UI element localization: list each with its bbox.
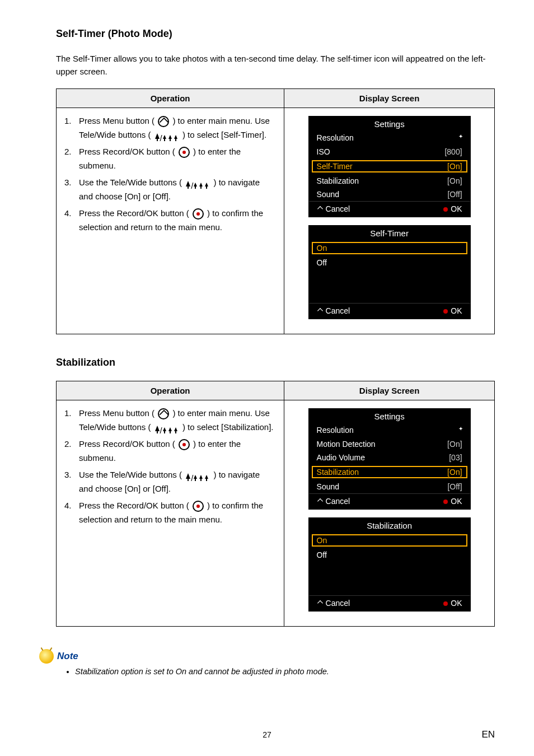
star-icon bbox=[455, 133, 462, 141]
th-operation: Operation bbox=[57, 381, 284, 400]
display-stabilization-submenu: Stabilization On Off CancelOK bbox=[308, 517, 471, 612]
screen-footer: CancelOK bbox=[309, 303, 470, 319]
row-off: Off bbox=[309, 548, 470, 562]
table-stabilization: Operation Display Screen Press Menu butt… bbox=[56, 381, 495, 627]
page-number: 27 bbox=[0, 730, 534, 739]
row-motion-detection: Motion Detection[On] bbox=[309, 437, 470, 451]
row-iso: ISO[800] bbox=[309, 145, 470, 158]
step-text: Press Record/OK button ( bbox=[79, 147, 177, 156]
step-4: Press the Record/OK button ( ) to confir… bbox=[64, 206, 276, 235]
note-label: Note bbox=[57, 651, 78, 662]
step-text: Press the Record/OK button ( bbox=[79, 501, 191, 510]
screen-title: Settings bbox=[309, 409, 470, 423]
screen-footer: CancelOK bbox=[309, 595, 470, 611]
step-text: Use the Tele/Wide buttons ( bbox=[79, 470, 184, 479]
display-settings-stabilization: Settings Resolution Motion Detection[On]… bbox=[308, 408, 471, 510]
row-label: Sound bbox=[317, 190, 339, 199]
step-text: ) to select [Self-Timer]. bbox=[180, 130, 266, 139]
screen-title: Settings bbox=[309, 116, 470, 131]
record-ok-icon bbox=[193, 208, 204, 220]
step-text: ) to select [Stabilization]. bbox=[180, 422, 274, 432]
row-on-selected: On bbox=[311, 241, 468, 255]
row-value bbox=[455, 426, 462, 435]
step-text: Use the Tele/Wide buttons ( bbox=[79, 178, 184, 187]
intro-self-timer: The Self-Timer allows you to take photos… bbox=[56, 52, 495, 78]
row-stabilization: Stabilization[On] bbox=[309, 174, 470, 188]
footer-cancel: Cancel bbox=[317, 599, 350, 608]
record-ok-icon bbox=[179, 439, 190, 450]
steps-stabilization: Press Menu button ( ) to enter main menu… bbox=[64, 406, 276, 527]
language-tag: EN bbox=[481, 729, 495, 740]
screen-title: Self-Timer bbox=[309, 226, 470, 240]
row-label: Self-Timer bbox=[317, 162, 353, 171]
step-text: Press Menu button ( bbox=[79, 408, 157, 418]
tele-wide-icon: / bbox=[185, 179, 210, 188]
star-icon bbox=[455, 426, 462, 433]
row-label: Sound bbox=[317, 482, 339, 491]
step-text: Press the Record/OK button ( bbox=[79, 208, 191, 218]
row-label: Resolution bbox=[317, 133, 354, 142]
row-label: Off bbox=[317, 258, 327, 267]
menu-button-icon bbox=[158, 408, 169, 419]
row-selftimer-selected: Self-Timer[On] bbox=[311, 160, 468, 173]
step-4: Press the Record/OK button ( ) to confir… bbox=[64, 498, 276, 527]
row-label: Stabilization bbox=[317, 176, 359, 185]
heading-stabilization: Stabilization bbox=[56, 357, 495, 368]
row-resolution: Resolution bbox=[309, 131, 470, 145]
screen-footer: CancelOK bbox=[309, 493, 470, 509]
display-selftimer-submenu: Self-Timer On Off CancelOK bbox=[308, 225, 471, 319]
footer-cancel: Cancel bbox=[317, 497, 350, 506]
row-sound: Sound[Off] bbox=[309, 188, 470, 201]
footer-ok: OK bbox=[443, 204, 462, 213]
tele-wide-icon: / bbox=[185, 471, 210, 480]
row-label: On bbox=[317, 536, 327, 545]
row-value: [On] bbox=[447, 162, 462, 171]
row-stabilization-selected: Stabilization[On] bbox=[311, 465, 468, 479]
row-label: Stabilization bbox=[317, 468, 359, 477]
row-off: Off bbox=[309, 256, 470, 269]
row-value: [800] bbox=[444, 147, 462, 156]
footer-cancel: Cancel bbox=[317, 306, 350, 315]
step-2: Press Record/OK button ( ) to enter the … bbox=[64, 437, 276, 465]
step-1: Press Menu button ( ) to enter main menu… bbox=[64, 406, 276, 435]
row-label: Off bbox=[317, 550, 327, 559]
footer-ok: OK bbox=[443, 306, 462, 315]
row-label: Motion Detection bbox=[317, 440, 376, 449]
th-display: Display Screen bbox=[284, 381, 495, 400]
step-2: Press Record/OK button ( ) to enter the … bbox=[64, 144, 276, 173]
row-value: [On] bbox=[447, 176, 462, 185]
row-resolution: Resolution bbox=[309, 423, 470, 437]
row-audio-volume: Audio Volume[03] bbox=[309, 451, 470, 464]
table-self-timer: Operation Display Screen Press Menu butt… bbox=[56, 88, 495, 334]
row-label: ISO bbox=[317, 147, 330, 156]
row-value: [Off] bbox=[447, 482, 462, 491]
record-ok-icon bbox=[179, 147, 190, 158]
tele-wide-icon: / bbox=[154, 423, 179, 432]
th-operation: Operation bbox=[57, 88, 284, 108]
screen-title: Stabilization bbox=[309, 518, 470, 533]
heading-self-timer: Self-Timer (Photo Mode) bbox=[56, 28, 495, 40]
footer-cancel: Cancel bbox=[317, 204, 350, 213]
row-value: [On] bbox=[447, 468, 462, 477]
row-label: On bbox=[317, 244, 327, 253]
tele-wide-icon: / bbox=[154, 131, 179, 140]
row-value: [Off] bbox=[447, 190, 462, 199]
row-label: Audio Volume bbox=[317, 453, 365, 462]
row-on-selected: On bbox=[311, 534, 468, 547]
footer-ok: OK bbox=[443, 497, 462, 506]
display-settings-selftimer: Settings Resolution ISO[800] Self-Timer[… bbox=[308, 116, 471, 217]
row-value: [On] bbox=[447, 440, 462, 449]
menu-button-icon bbox=[158, 116, 169, 127]
screen-footer: CancelOK bbox=[309, 201, 470, 217]
row-label: Resolution bbox=[317, 426, 354, 435]
record-ok-icon bbox=[193, 501, 204, 512]
step-3: Use the Tele/Wide buttons ( / ) to navig… bbox=[64, 175, 276, 204]
th-display: Display Screen bbox=[284, 88, 495, 108]
row-sound: Sound[Off] bbox=[309, 480, 470, 493]
note-item: Stabilization option is set to On and ca… bbox=[75, 666, 495, 678]
footer-ok: OK bbox=[443, 599, 462, 608]
note-list: Stabilization option is set to On and ca… bbox=[75, 666, 495, 678]
step-text: Press Record/OK button ( bbox=[79, 439, 177, 449]
lightbulb-icon bbox=[39, 649, 54, 664]
step-3: Use the Tele/Wide buttons ( / ) to navig… bbox=[64, 468, 276, 496]
